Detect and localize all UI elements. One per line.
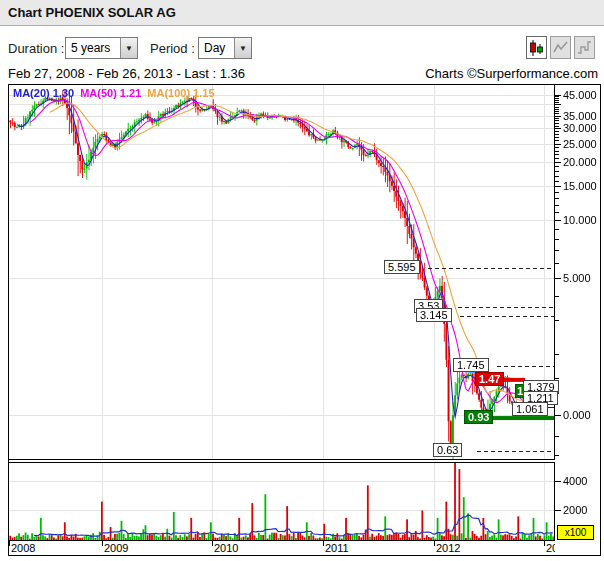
- axis-tick: [555, 120, 559, 121]
- period-label: Period :: [150, 41, 195, 56]
- axis-tick: [555, 104, 561, 105]
- price-axis-label: 20.000: [563, 156, 597, 168]
- period-value: Day: [199, 38, 234, 58]
- axis-tick: [555, 436, 559, 437]
- axis-tick: [555, 166, 559, 167]
- axis-tick: [555, 96, 559, 97]
- axis-tick: [555, 263, 559, 264]
- line-chart-button[interactable]: [550, 36, 571, 59]
- resistance-level-label: 1.47: [475, 372, 504, 386]
- duration-label: Duration :: [8, 41, 64, 56]
- support-level-label: 0.93: [464, 410, 493, 424]
- axis-tick: [555, 102, 559, 103]
- volume-unit-badge: x100: [557, 525, 594, 540]
- date-range-text: Feb 27, 2008 - Feb 26, 2013 - Last : 1.3…: [8, 66, 245, 81]
- year-label: 2012: [436, 542, 460, 554]
- candlestick-chart-button[interactable]: [526, 36, 547, 59]
- ma-legend: MA(20) 1.30MA(50) 1.21MA(100) 1.15: [13, 87, 221, 99]
- axis-tick: [555, 100, 559, 101]
- axis-tick: [555, 171, 559, 172]
- year-label: 2010: [214, 542, 238, 554]
- chart-widget: Chart PHOENIX SOLAR AG Duration : 5 year…: [0, 0, 604, 561]
- price-axis-label: 30.000: [563, 122, 597, 134]
- axis-tick: [555, 109, 559, 110]
- axis-tick: [555, 151, 559, 152]
- axis-tick: [555, 198, 559, 199]
- axis-tick: [555, 118, 559, 119]
- axis-tick: [555, 126, 559, 127]
- line-icon: [553, 40, 568, 55]
- axis-tick: [555, 192, 559, 193]
- main-chart-canvas[interactable]: [9, 85, 554, 459]
- price-axis-label: 45.000: [563, 89, 597, 101]
- axis-tick: [555, 205, 559, 206]
- axis-tick: [555, 510, 561, 511]
- time-axis: 200820092010201120122013: [9, 542, 563, 556]
- axis-tick: [555, 154, 559, 155]
- axis-tick: [555, 107, 559, 108]
- axis-tick: [9, 541, 10, 546]
- axis-tick: [102, 541, 103, 546]
- axis-tick: [555, 250, 559, 251]
- ma-legend-item: MA(100) 1.15: [147, 87, 214, 99]
- price-level-label: 1.745: [453, 358, 489, 372]
- step-icon: [577, 40, 592, 55]
- axis-tick: [434, 541, 435, 546]
- credit-text: Charts ©Surperformance.com: [425, 66, 598, 81]
- year-label: 2011: [325, 542, 349, 554]
- axis-tick: [555, 378, 559, 379]
- volume-canvas[interactable]: [9, 463, 554, 540]
- ma-legend-item: MA(50) 1.21: [80, 87, 141, 99]
- axis-tick: [555, 354, 559, 355]
- step-chart-button[interactable]: [574, 36, 595, 59]
- axis-tick: [555, 134, 559, 135]
- axis-tick: [212, 541, 213, 546]
- price-pane: MA(20) 1.30MA(50) 1.21MA(100) 1.15 5.595…: [9, 85, 555, 460]
- chevron-down-icon[interactable]: ▼: [234, 38, 251, 58]
- volume-pane: [9, 462, 555, 541]
- duration-value: 5 years: [66, 38, 120, 58]
- axis-tick: [555, 128, 561, 129]
- period-select[interactable]: Day ▼: [198, 37, 252, 59]
- year-label: 2009: [104, 542, 128, 554]
- axis-tick: [323, 541, 324, 546]
- axis-tick: [555, 455, 559, 456]
- price-axis-label: 35.000: [563, 110, 597, 122]
- axis-tick: [555, 140, 559, 141]
- axis-tick: [555, 239, 559, 240]
- axis-tick: [555, 113, 559, 114]
- indicator-value-label: 1.061: [512, 402, 548, 416]
- axis-tick: [555, 176, 559, 177]
- price-level-label: 0.63: [433, 443, 462, 457]
- axis-tick: [555, 144, 561, 145]
- price-axis-label: 25.000: [563, 138, 597, 150]
- axis-tick: [555, 116, 561, 117]
- axis-tick: [555, 137, 559, 138]
- year-label: 2008: [11, 542, 35, 554]
- axis-tick: [555, 186, 561, 187]
- axis-tick: [555, 415, 561, 416]
- axis-tick: [555, 229, 559, 230]
- price-level-label: 3.145: [416, 308, 452, 322]
- price-axis-label: 10.000: [563, 214, 597, 226]
- volume-axis-label: 4000: [563, 475, 587, 487]
- price-axis-label: 0.000: [563, 409, 591, 421]
- price-axis-label: 15.000: [563, 180, 597, 192]
- axis-tick: [555, 278, 561, 279]
- axis-tick: [555, 131, 559, 132]
- axis-tick: [555, 147, 559, 148]
- volume-axis-label: 2000: [563, 504, 587, 516]
- axis-tick: [555, 296, 559, 297]
- candlestick-icon: [529, 40, 544, 56]
- price-level-label: 5.595: [384, 260, 420, 274]
- axis-tick: [555, 212, 559, 213]
- axis-tick: [555, 162, 561, 163]
- axis-tick: [555, 481, 561, 482]
- axis-tick: [555, 158, 559, 159]
- axis-tick: [555, 181, 559, 182]
- axis-tick: [555, 123, 559, 124]
- chevron-down-icon[interactable]: ▼: [120, 38, 137, 58]
- page-title: Chart PHOENIX SOLAR AG: [0, 0, 604, 26]
- duration-select[interactable]: 5 years ▼: [65, 37, 138, 59]
- axis-tick: [555, 220, 561, 221]
